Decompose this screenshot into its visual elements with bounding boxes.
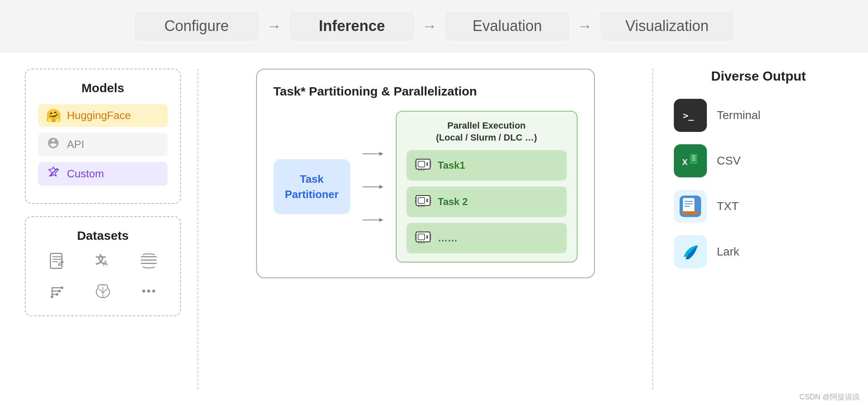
task-item-1: Task1 bbox=[407, 150, 567, 181]
svg-point-21 bbox=[152, 290, 155, 293]
output-item-txt: TXT bbox=[674, 190, 843, 223]
dataset-icon-list bbox=[140, 252, 158, 274]
output-item-lark: Lark bbox=[674, 235, 843, 268]
svg-text:A: A bbox=[103, 259, 108, 267]
models-card: Models 🤗 HuggingFace API bbox=[25, 69, 181, 204]
svg-point-30 bbox=[426, 162, 428, 164]
output-item-csv: X CSV bbox=[674, 144, 843, 177]
task-1-label: Task1 bbox=[438, 160, 465, 171]
pipeline-step-configure: Configure bbox=[135, 12, 259, 41]
parallel-execution-box: Parallel Execution (Local / Slurm / DLC … bbox=[396, 111, 578, 263]
lark-icon bbox=[674, 235, 707, 268]
pipeline-step-evaluation: Evaluation bbox=[445, 12, 569, 41]
terminal-icon: >_ bbox=[674, 99, 707, 132]
svg-marker-25 bbox=[379, 185, 383, 189]
output-item-terminal: >_ Terminal bbox=[674, 99, 843, 132]
datasets-icons-grid: 文 A bbox=[38, 252, 168, 304]
svg-text:X: X bbox=[682, 158, 688, 167]
output-title: Diverse Output bbox=[674, 69, 843, 84]
models-title: Models bbox=[38, 81, 168, 95]
svg-point-44 bbox=[426, 201, 428, 202]
dataset-icon-translate: 文 A bbox=[94, 252, 112, 274]
svg-marker-23 bbox=[379, 152, 383, 156]
svg-point-57 bbox=[426, 237, 428, 239]
model-item-huggingface: 🤗 HuggingFace bbox=[38, 104, 168, 127]
task-inner: TaskPartitioner bbox=[273, 111, 578, 263]
model-item-custom: Custom bbox=[38, 162, 168, 186]
task-partitioning-box: Task* Partitioning & Parallelization Tas… bbox=[256, 69, 595, 278]
svg-rect-76 bbox=[683, 198, 694, 213]
custom-icon bbox=[45, 166, 61, 182]
task-item-2: Task 2 bbox=[407, 186, 567, 217]
svg-point-14 bbox=[61, 287, 63, 289]
watermark: CSDN @阿提说说 bbox=[799, 392, 860, 402]
output-items: >_ Terminal X CSV bbox=[674, 99, 843, 268]
connector-arrow-1 bbox=[363, 150, 383, 158]
connector-arrow-3 bbox=[363, 216, 383, 224]
pipeline-step-visualization: Visualization bbox=[601, 12, 733, 41]
custom-label: Custom bbox=[67, 167, 104, 180]
api-icon bbox=[45, 137, 61, 152]
datasets-card: Datasets 文 A bbox=[25, 216, 181, 316]
gpu-icon-2 bbox=[415, 192, 431, 211]
svg-point-16 bbox=[56, 293, 58, 296]
svg-rect-1 bbox=[50, 253, 62, 268]
huggingface-icon: 🤗 bbox=[45, 108, 61, 123]
task-partitioner-label: TaskPartitioner bbox=[285, 173, 339, 200]
txt-label: TXT bbox=[717, 200, 739, 213]
main-content: Models 🤗 HuggingFace API bbox=[0, 52, 868, 406]
connector-arrow-2 bbox=[363, 183, 383, 191]
lark-label: Lark bbox=[717, 245, 739, 258]
svg-rect-71 bbox=[690, 153, 698, 164]
pipeline-arrow-2: → bbox=[422, 17, 437, 35]
huggingface-label: HuggingFace bbox=[67, 109, 131, 122]
svg-point-20 bbox=[147, 290, 150, 293]
dataset-icon-edit bbox=[48, 252, 66, 274]
pipeline-bar: Configure → Inference → Evaluation → Vis… bbox=[0, 0, 868, 52]
pipeline-arrow-1: → bbox=[267, 17, 282, 35]
csv-icon: X bbox=[674, 144, 707, 177]
gpu-icon-1 bbox=[415, 156, 431, 175]
right-panel: Diverse Output >_ Terminal X bbox=[653, 69, 843, 389]
model-item-api: API bbox=[38, 133, 168, 156]
dataset-icon-more bbox=[140, 282, 158, 304]
dataset-icon-tree bbox=[48, 282, 66, 304]
svg-rect-80 bbox=[682, 211, 699, 215]
api-label: API bbox=[67, 138, 84, 151]
middle-panel: Task* Partitioning & Parallelization Tas… bbox=[198, 69, 653, 389]
dataset-icon-brain bbox=[94, 282, 112, 304]
task-box-title: Task* Partitioning & Parallelization bbox=[273, 84, 578, 98]
task-items-list: Task1 bbox=[407, 150, 567, 253]
datasets-title: Datasets bbox=[38, 229, 168, 243]
svg-point-15 bbox=[58, 290, 61, 292]
svg-point-19 bbox=[143, 290, 145, 293]
svg-marker-27 bbox=[379, 218, 383, 222]
parallel-title: Parallel Execution (Local / Slurm / DLC … bbox=[407, 120, 567, 143]
task-more-label: …… bbox=[438, 232, 458, 244]
gpu-icon-3 bbox=[415, 229, 431, 248]
svg-text:>_: >_ bbox=[683, 110, 694, 121]
txt-icon bbox=[674, 190, 707, 223]
task-item-more: …… bbox=[407, 223, 567, 253]
pipeline-step-inference: Inference bbox=[290, 12, 414, 41]
task-2-label: Task 2 bbox=[438, 196, 468, 208]
task-partitioner-box: TaskPartitioner bbox=[273, 159, 350, 214]
pipeline-arrow-3: → bbox=[578, 17, 592, 35]
left-panel: Models 🤗 HuggingFace API bbox=[25, 69, 198, 389]
terminal-label: Terminal bbox=[717, 109, 761, 122]
svg-point-31 bbox=[426, 164, 428, 166]
svg-point-56 bbox=[426, 235, 428, 237]
svg-point-43 bbox=[426, 199, 428, 201]
csv-label: CSV bbox=[717, 154, 741, 167]
svg-point-17 bbox=[51, 296, 53, 298]
